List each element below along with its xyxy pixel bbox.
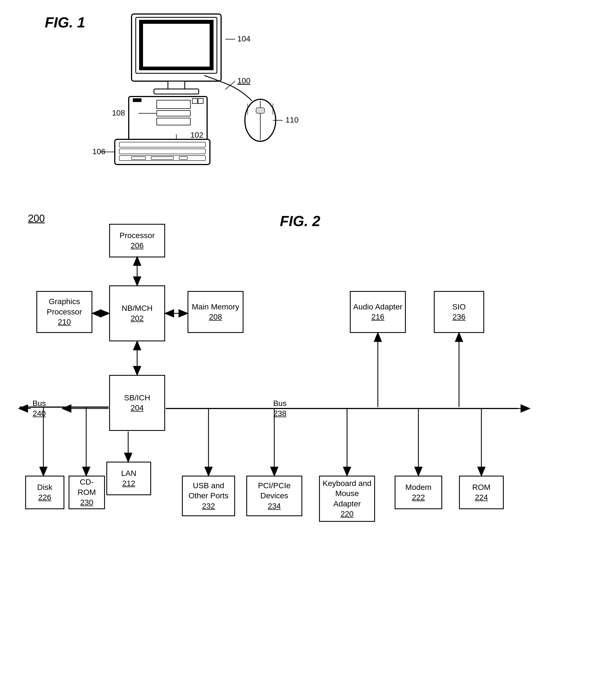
svg-text:110: 110 <box>285 116 299 124</box>
cd-rom-ref: 230 <box>80 497 94 508</box>
graphics-processor-label: Graphics Processor <box>39 296 89 317</box>
nb-mch-label: NB/MCH <box>122 303 152 313</box>
audio-adapter-label: Audio Adapter <box>353 302 402 312</box>
fig2-container: FIG. 2 200 Processor 206 NB/MCH 202 Grap… <box>14 196 602 672</box>
pci-devices-label: PCI/PCIe Devices <box>249 481 299 501</box>
disk-label: Disk <box>37 482 52 492</box>
svg-rect-3 <box>143 23 210 67</box>
svg-text:100: 100 <box>237 77 250 85</box>
usb-ports-label: USB and Other Ports <box>185 481 232 501</box>
fig1-illustration: 104 100 108 102 106 110 <box>93 11 302 168</box>
usb-ports-box: USB and Other Ports 232 <box>182 476 235 516</box>
rom-label: ROM <box>472 482 490 492</box>
processor-ref: 206 <box>131 241 144 251</box>
svg-text:108: 108 <box>112 108 125 117</box>
bus-240-box: Bus 240 <box>17 397 62 420</box>
disk-ref: 226 <box>38 492 51 503</box>
svg-rect-12 <box>157 118 190 125</box>
bus-240-label: Bus <box>32 399 46 408</box>
svg-rect-8 <box>157 111 190 116</box>
bus-238-ref: 238 <box>273 408 287 419</box>
modem-ref: 222 <box>412 492 425 503</box>
fig2-ref-200: 200 <box>28 213 45 224</box>
usb-ports-ref: 232 <box>202 501 215 511</box>
processor-label: Processor <box>119 231 155 241</box>
svg-rect-17 <box>132 157 146 159</box>
keyboard-mouse-box: Keyboard and Mouse Adapter 220 <box>319 476 375 522</box>
fig1-container: FIG. 1 <box>42 11 294 168</box>
bus-240-ref: 240 <box>33 408 46 419</box>
sb-ich-label: SB/ICH <box>124 393 150 403</box>
svg-rect-18 <box>151 157 173 159</box>
graphics-processor-box: Graphics Processor 210 <box>36 291 93 333</box>
svg-rect-15 <box>119 149 205 154</box>
svg-rect-4 <box>168 81 185 89</box>
lan-box: LAN 212 <box>106 462 151 495</box>
pci-devices-ref: 234 <box>268 501 281 511</box>
svg-rect-11 <box>198 99 203 103</box>
audio-adapter-ref: 216 <box>371 312 385 322</box>
svg-line-27 <box>225 81 235 89</box>
svg-rect-9 <box>133 99 141 102</box>
svg-text:104: 104 <box>237 34 250 43</box>
nb-mch-box: NB/MCH 202 <box>109 285 165 341</box>
sio-label: SIO <box>452 302 466 312</box>
svg-text:102: 102 <box>190 131 203 139</box>
sb-ich-box: SB/ICH 204 <box>109 375 165 431</box>
lan-ref: 212 <box>122 478 135 489</box>
svg-rect-10 <box>192 99 197 103</box>
cd-rom-label: CD-ROM <box>72 477 102 497</box>
rom-box: ROM 224 <box>459 476 504 509</box>
keyboard-mouse-label: Keyboard and Mouse Adapter <box>322 478 372 509</box>
svg-rect-19 <box>179 157 187 159</box>
svg-rect-7 <box>157 100 190 108</box>
svg-text:106: 106 <box>93 147 105 156</box>
modem-label: Modem <box>405 482 431 492</box>
sio-box: SIO 236 <box>434 291 484 333</box>
modem-box: Modem 222 <box>395 476 442 509</box>
sio-ref: 236 <box>452 312 466 322</box>
main-memory-box: Main Memory 208 <box>187 291 244 333</box>
fig1-label: FIG. 1 <box>45 14 85 31</box>
pci-devices-box: PCI/PCIe Devices 234 <box>246 476 302 516</box>
sb-ich-ref: 204 <box>131 403 144 413</box>
lan-label: LAN <box>121 468 136 478</box>
audio-adapter-box: Audio Adapter 216 <box>350 291 406 333</box>
cd-rom-box: CD-ROM 230 <box>69 476 105 509</box>
main-memory-ref: 208 <box>209 312 222 322</box>
rom-ref: 224 <box>475 492 488 503</box>
keyboard-mouse-ref: 220 <box>340 509 354 519</box>
bus-238-label: Bus <box>273 399 287 408</box>
main-memory-label: Main Memory <box>192 302 239 312</box>
svg-rect-24 <box>256 108 265 113</box>
fig2-label: FIG. 2 <box>280 213 320 230</box>
processor-box: Processor 206 <box>109 224 165 257</box>
svg-rect-5 <box>154 89 199 94</box>
graphics-processor-ref: 210 <box>58 317 71 327</box>
disk-box: Disk 226 <box>25 476 64 509</box>
nb-mch-ref: 202 <box>131 313 144 323</box>
bus-238-box: Bus 238 <box>252 397 308 420</box>
svg-rect-14 <box>119 142 205 147</box>
